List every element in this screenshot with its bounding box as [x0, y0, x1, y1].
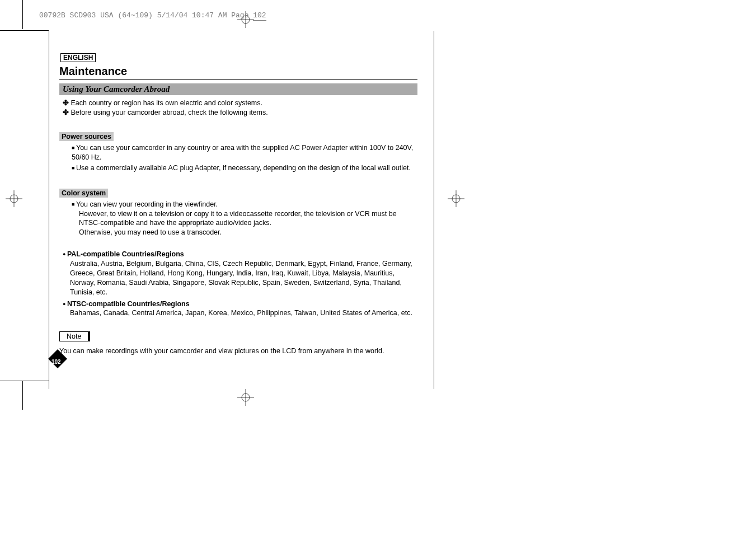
language-badge: ENGLISH [60, 53, 96, 62]
intro-list: Each country or region has its own elect… [63, 99, 417, 116]
list-item: NTSC-compatible Countries/Regions Bahama… [63, 299, 417, 318]
crop-mark [22, 381, 23, 410]
print-job-header: 00792B SCD903 USA (64~109) 5/14/04 10:47… [39, 11, 266, 20]
list-item: You can view your recording in the viewf… [72, 200, 417, 238]
list-item: Use a commercially available AC plug Ada… [72, 163, 417, 173]
power-list: You can use your camcorder in any countr… [72, 143, 417, 173]
region-heading: PAL-compatible Countries/Regions [63, 250, 184, 258]
list-item: Before using your camcorder abroad, chec… [63, 108, 417, 116]
subsection-heading: Power sources [59, 132, 114, 141]
subsection-heading: Color system [59, 189, 108, 198]
crop-mark [22, 0, 23, 29]
print-job-slug: 00792B SCD903 USA (64~109) 5/14/04 10:47… [39, 11, 253, 20]
list-item-lead: You can view your recording in the viewf… [76, 200, 218, 208]
region-heading: NTSC-compatible Countries/Regions [63, 300, 190, 308]
color-list: You can view your recording in the viewf… [72, 200, 417, 238]
list-item-cont: Otherwise, you may need to use a transco… [72, 228, 417, 237]
note-text: You can make recordings with your camcor… [59, 347, 417, 355]
page-title: Maintenance [59, 65, 417, 80]
registration-mark-icon [448, 190, 464, 207]
page-frame-line [49, 31, 49, 389]
crop-mark [0, 30, 49, 31]
manual-page: ENGLISH Maintenance Using Your Camcorder… [59, 53, 417, 355]
crop-mark [0, 381, 49, 381]
list-item-cont: However, to view it on a television or c… [72, 209, 417, 228]
page-frame-line [434, 31, 434, 389]
regions-list: PAL-compatible Countries/Regions Austral… [63, 250, 417, 318]
region-body: Australia, Austria, Belgium, Bulgaria, C… [63, 259, 417, 297]
registration-mark-icon [6, 190, 22, 207]
page-number: 102 [51, 359, 61, 365]
region-body: Bahamas, Canada, Central America, Japan,… [63, 308, 417, 318]
list-item: Each country or region has its own elect… [63, 99, 417, 107]
registration-mark-icon [237, 389, 254, 406]
note-label-box: Note [59, 331, 90, 341]
list-item: PAL-compatible Countries/Regions Austral… [63, 250, 417, 297]
list-item: You can use your camcorder in any countr… [72, 143, 417, 162]
print-job-page: 102 [253, 11, 266, 21]
section-heading: Using Your Camcorder Abroad [59, 83, 417, 95]
